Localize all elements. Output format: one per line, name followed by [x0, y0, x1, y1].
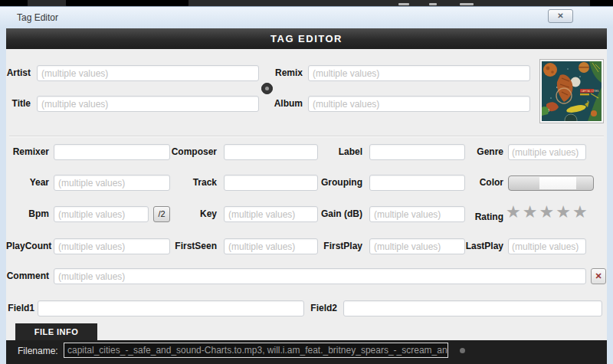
- title-label: Title: [6, 96, 31, 112]
- bpm-input[interactable]: [54, 206, 149, 222]
- year-label: Year: [6, 175, 49, 191]
- grouping-label: Grouping: [315, 175, 362, 191]
- year-input[interactable]: [54, 175, 170, 191]
- remix-label: Remix: [257, 65, 303, 81]
- grouping-input[interactable]: [369, 175, 465, 191]
- gain-input[interactable]: [369, 206, 465, 222]
- window-title: Tag Editor: [17, 12, 58, 23]
- album-label: Album: [257, 96, 303, 112]
- album-cover-art[interactable]: CAPITAL CITIES: [540, 60, 603, 123]
- file-bar-dot-icon: [460, 348, 465, 353]
- label-input[interactable]: [369, 144, 465, 160]
- field1-label: Field1: [8, 300, 34, 316]
- key-label: Key: [171, 206, 217, 222]
- field1-input[interactable]: [38, 300, 304, 316]
- rating-label: Rating: [457, 209, 503, 225]
- color-slider[interactable]: [508, 175, 594, 191]
- dialog-content: TAG EDITOR Artist Remix Title Album: [6, 28, 607, 364]
- color-slider-thumb[interactable]: [539, 177, 576, 189]
- lastplay-label: LastPlay: [457, 238, 503, 254]
- section-divider: [9, 136, 604, 137]
- tag-editor-header: TAG EDITOR: [6, 28, 607, 49]
- gain-label: Gain (dB): [315, 206, 362, 222]
- firstseen-label: FirstSeen: [171, 238, 217, 254]
- playcount-input[interactable]: [54, 238, 170, 254]
- tag-editor-dialog: Tag Editor ✕ TAG EDITOR Artist Remix Tit…: [0, 6, 613, 364]
- red-x-icon: ✕: [595, 271, 602, 280]
- remix-input[interactable]: [308, 65, 530, 81]
- rating-star[interactable]: ★: [506, 202, 523, 221]
- file-info-bar: Filename: capital_cities_-_safe_and_soun…: [6, 340, 607, 364]
- firstseen-input[interactable]: [224, 238, 318, 254]
- color-label: Color: [457, 175, 503, 191]
- genre-input[interactable]: [508, 144, 586, 160]
- artist-label: Artist: [6, 65, 31, 81]
- rating-star[interactable]: ★: [523, 202, 539, 221]
- background-window-fragment: [460, 3, 474, 5]
- track-input[interactable]: [224, 175, 318, 191]
- label-label: Label: [315, 144, 362, 160]
- knob-dot-icon: [265, 87, 269, 90]
- album-input[interactable]: [308, 96, 530, 112]
- title-input[interactable]: [37, 96, 259, 112]
- key-input[interactable]: [224, 206, 318, 222]
- composer-input[interactable]: [224, 144, 318, 160]
- bpm-halve-button[interactable]: /2: [153, 206, 170, 222]
- field2-input[interactable]: [343, 300, 602, 316]
- album-art-caption: CAPITAL CITIES: [581, 90, 598, 93]
- remixer-label: Remixer: [6, 144, 49, 160]
- background-window-fragment: [429, 3, 437, 5]
- composer-label: Composer: [171, 144, 217, 160]
- tab-file-info[interactable]: FILE INFO: [15, 323, 97, 340]
- close-icon: ✕: [557, 11, 563, 20]
- genre-label: Genre: [457, 144, 503, 160]
- filename-label: Filename:: [18, 346, 58, 356]
- filename-value[interactable]: capital_cities_-_safe_and_sound-Charts.t…: [64, 343, 448, 358]
- comment-clear-button[interactable]: ✕: [591, 268, 606, 284]
- firstplay-input[interactable]: [369, 238, 465, 254]
- bpm-label: Bpm: [6, 206, 49, 222]
- rating-star[interactable]: ★: [556, 202, 572, 221]
- remixer-input[interactable]: [54, 144, 170, 160]
- background-window-fragment: [398, 3, 409, 5]
- window-close-button[interactable]: ✕: [548, 9, 573, 23]
- firstplay-label: FirstPlay: [315, 238, 362, 254]
- album-art-image: CAPITAL CITIES: [542, 61, 602, 121]
- window-titlebar[interactable]: Tag Editor ✕: [0, 7, 613, 28]
- rating-star[interactable]: ★: [572, 202, 589, 221]
- comment-input[interactable]: [54, 268, 586, 284]
- lastplay-input[interactable]: [508, 238, 586, 254]
- playcount-label: PlayCount: [6, 238, 49, 254]
- rating-stars[interactable]: ★★★★★: [506, 202, 589, 223]
- track-label: Track: [171, 175, 217, 191]
- field2-label: Field2: [309, 300, 337, 316]
- artist-input[interactable]: [37, 65, 259, 81]
- rating-star[interactable]: ★: [539, 202, 556, 221]
- link-toggle-knob[interactable]: [261, 83, 273, 94]
- comment-label: Comment: [6, 268, 49, 284]
